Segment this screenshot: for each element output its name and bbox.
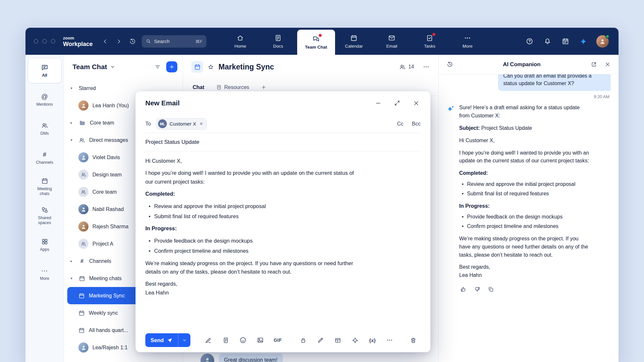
triangle-expanded-icon[interactable]: ▾ <box>71 86 75 90</box>
docs-icon <box>274 34 282 42</box>
rail-item-channels[interactable]: # Channels <box>28 146 61 170</box>
toolbar-more-button[interactable] <box>382 334 397 347</box>
window-minimize-button[interactable] <box>42 39 47 43</box>
emoji-button[interactable] <box>235 334 250 347</box>
members-button[interactable]: 14 <box>399 64 414 70</box>
subject-input[interactable]: Project Status Update <box>145 139 199 145</box>
rail-item-apps[interactable]: Apps <box>28 233 61 257</box>
topnav-docs[interactable]: Docs <box>259 28 297 55</box>
rail-item-shared-spaces[interactable]: Shared spaces <box>28 204 61 228</box>
topnav-home[interactable]: Home <box>221 28 259 55</box>
dialog-expand-button[interactable] <box>393 98 402 108</box>
history-button[interactable] <box>128 37 137 46</box>
dialog-minimize-button[interactable] <box>374 98 383 108</box>
rail-item-meeting-chats[interactable]: Meeting chats <box>28 175 61 199</box>
back-button[interactable] <box>101 37 110 46</box>
people-icon <box>399 64 406 70</box>
thumbs-down-button[interactable] <box>473 285 481 294</box>
avatar <box>78 342 89 353</box>
filter-button[interactable] <box>154 64 161 70</box>
rail-item-more[interactable]: ⋯ More <box>28 262 61 286</box>
close-icon <box>604 61 611 68</box>
group-avatar-icon <box>78 239 89 249</box>
schedule-button[interactable] <box>560 37 570 46</box>
search-shortcut: ⌘F <box>195 39 202 44</box>
topnav-tasks[interactable]: Tasks <box>411 28 449 55</box>
email-greeting: Hi Customer X, <box>145 157 354 165</box>
ai-history-button[interactable] <box>445 60 454 69</box>
image-button[interactable] <box>253 334 268 347</box>
close-icon <box>413 100 420 107</box>
signature-button[interactable] <box>201 334 216 347</box>
discard-draft-button[interactable] <box>406 334 421 347</box>
team-chat-notification-dot <box>319 34 322 37</box>
triangle-collapsed-icon[interactable]: ▸ <box>71 121 75 125</box>
sparkle-icon <box>579 38 587 45</box>
triangle-expanded-icon[interactable]: ▾ <box>71 138 75 142</box>
window-close-button[interactable] <box>34 39 38 43</box>
variables-button[interactable]: {x} <box>365 334 380 347</box>
encryption-button[interactable] <box>296 334 311 347</box>
trash-icon <box>410 337 417 344</box>
dialog-close-button[interactable] <box>411 98 421 108</box>
email-inprogress-heading: In Progress: <box>145 224 354 233</box>
format-layout-button[interactable] <box>330 334 345 347</box>
ai-completed-list: Review and approve the initial project p… <box>459 180 590 198</box>
topnav-team-chat[interactable]: Team Chat <box>297 30 335 55</box>
email-body-editor[interactable]: Hi Customer X, I hope you’re doing well!… <box>145 151 354 328</box>
copy-icon <box>488 286 494 293</box>
triangle-collapsed-icon[interactable]: ▸ <box>71 259 75 263</box>
channel-more-button[interactable] <box>423 63 430 70</box>
tasks-icon <box>426 34 433 42</box>
avatar <box>78 100 89 111</box>
attach-file-button[interactable] <box>218 334 233 347</box>
search-input[interactable]: Search ⌘F <box>142 35 206 48</box>
ai-assist-button[interactable] <box>347 334 362 347</box>
rail-item-mentions[interactable]: @ Mentions <box>28 88 61 112</box>
copy-button[interactable] <box>487 285 495 294</box>
ai-companion-button[interactable] <box>578 37 588 46</box>
topnav-calendar[interactable]: Calendar <box>335 28 373 55</box>
new-email-dialog: New Email To ML Customer X ✕ Cc Bcc Proj… <box>136 91 430 352</box>
ai-intro: Sure! Here’s a draft email asking for a … <box>459 104 590 120</box>
tab-chat[interactable]: Chat <box>193 84 204 90</box>
bcc-button[interactable]: Bcc <box>412 121 421 127</box>
chat-bubble-icon <box>41 64 48 71</box>
rail-item-dms[interactable]: DMs <box>28 117 61 141</box>
recipient-chip[interactable]: ML Customer X ✕ <box>156 118 207 130</box>
channel-title: Marketing Sync <box>218 63 274 71</box>
topnav-more[interactable]: More <box>449 28 487 55</box>
ai-open-external-button[interactable] <box>589 60 598 69</box>
send-button[interactable]: Send <box>145 333 178 347</box>
people-icon <box>41 122 48 129</box>
tab-resources[interactable]: Resources <box>216 84 249 90</box>
rail-item-all[interactable]: All <box>28 59 61 83</box>
star-button[interactable] <box>207 64 214 70</box>
list-item: Submit final list of required features <box>149 212 354 220</box>
ai-greeting: Hi Customer X, <box>459 137 590 145</box>
list-item: Confirm project timeline and milestones <box>149 247 354 255</box>
open-external-icon <box>591 61 597 68</box>
presence-status-dot <box>605 35 609 38</box>
tab-add-button[interactable] <box>261 84 266 90</box>
topnav-email[interactable]: Email <box>373 28 411 55</box>
team-chat-title[interactable]: Team Chat <box>72 63 115 71</box>
ai-close-button[interactable] <box>603 60 612 69</box>
window-maximize-button[interactable] <box>51 39 55 43</box>
triangle-expanded-icon[interactable]: ▾ <box>71 276 75 280</box>
thumbs-up-icon <box>460 286 467 293</box>
send-options-button[interactable] <box>178 333 190 347</box>
user-avatar[interactable] <box>596 35 609 48</box>
paper-plane-icon <box>167 337 173 343</box>
new-chat-button[interactable] <box>166 61 177 72</box>
gif-button[interactable]: GIF <box>270 334 285 347</box>
home-icon <box>236 34 244 42</box>
thumbs-up-button[interactable] <box>459 285 468 294</box>
edit-button[interactable] <box>313 334 328 347</box>
remove-recipient-button[interactable]: ✕ <box>200 121 203 126</box>
cc-button[interactable]: Cc <box>397 121 404 127</box>
forward-button[interactable] <box>114 37 123 46</box>
help-button[interactable] <box>524 37 534 46</box>
notifications-button[interactable] <box>542 37 552 46</box>
sparkle-icon <box>352 337 359 344</box>
